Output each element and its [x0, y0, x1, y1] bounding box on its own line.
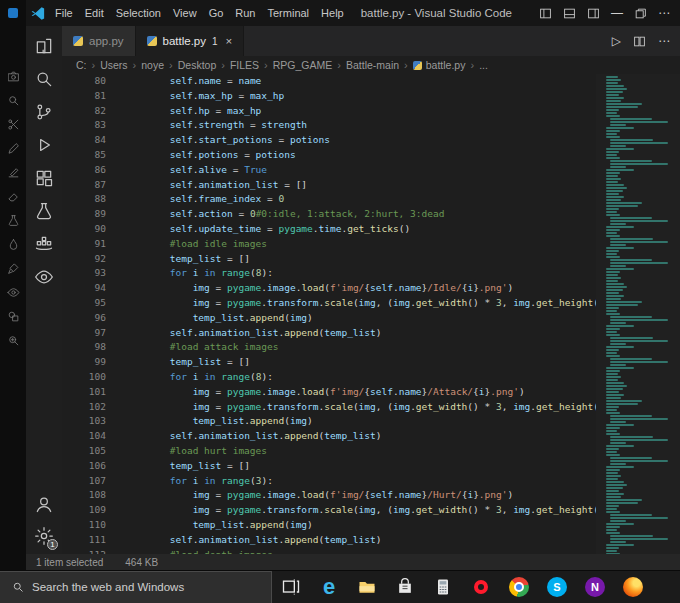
- preview-icon[interactable]: [34, 267, 54, 287]
- menu-go[interactable]: Go: [209, 7, 224, 19]
- shape-icon[interactable]: [7, 310, 20, 323]
- toggle-sidebar-icon[interactable]: [539, 7, 552, 20]
- code-line[interactable]: 109 img = pygame.transform.scale(img, (i…: [62, 503, 596, 518]
- marker-icon[interactable]: [7, 166, 20, 179]
- code-line[interactable]: 110 temp_list.append(img): [62, 518, 596, 533]
- line-number[interactable]: 108: [62, 488, 124, 503]
- source-control-icon[interactable]: [34, 102, 54, 122]
- menu-edit[interactable]: Edit: [85, 7, 104, 19]
- line-number[interactable]: 91: [62, 237, 124, 252]
- code-line[interactable]: 97 self.animation_list.append(temp_list): [62, 326, 596, 341]
- line-number[interactable]: 103: [62, 414, 124, 429]
- pen-icon[interactable]: [7, 142, 20, 155]
- code-line[interactable]: 102 img = pygame.transform.scale(img, (i…: [62, 400, 596, 415]
- line-number[interactable]: 92: [62, 252, 124, 267]
- menu-selection[interactable]: Selection: [116, 7, 161, 19]
- taskbar-opera[interactable]: [462, 571, 500, 603]
- taskbar-task-view[interactable]: [272, 571, 310, 603]
- line-number[interactable]: 97: [62, 326, 124, 341]
- toggle-panel-icon[interactable]: [563, 7, 576, 20]
- line-number[interactable]: 99: [62, 355, 124, 370]
- run-debug-icon[interactable]: [34, 135, 54, 155]
- code-line[interactable]: 89 self.action = 0#0:idle, 1:attack, 2:h…: [62, 207, 596, 222]
- taskbar-calculator[interactable]: [424, 571, 462, 603]
- eraser-icon[interactable]: [7, 190, 20, 203]
- line-number[interactable]: 90: [62, 222, 124, 237]
- line-number[interactable]: 107: [62, 474, 124, 489]
- line-number[interactable]: 101: [62, 385, 124, 400]
- code-line[interactable]: 92 temp_list = []: [62, 252, 596, 267]
- code-line[interactable]: 91 #load idle images: [62, 237, 596, 252]
- code-line[interactable]: 99 temp_list = []: [62, 355, 596, 370]
- taskbar-file-explorer[interactable]: [348, 571, 386, 603]
- code-line[interactable]: 93 for i in range(8):: [62, 266, 596, 281]
- code-line[interactable]: 98 #load attack images: [62, 340, 596, 355]
- code-line[interactable]: 95 img = pygame.transform.scale(img, (im…: [62, 296, 596, 311]
- breadcrumb-item[interactable]: ...: [479, 59, 488, 71]
- code-line[interactable]: 90 self.update_time = pygame.time.get_ti…: [62, 222, 596, 237]
- breadcrumb-item[interactable]: Users: [100, 59, 127, 71]
- code-line[interactable]: 100 for i in range(8):: [62, 370, 596, 385]
- taskbar-edge[interactable]: e: [310, 571, 348, 603]
- code-line[interactable]: 81 self.max_hp = max_hp: [62, 89, 596, 104]
- line-number[interactable]: 98: [62, 340, 124, 355]
- line-number[interactable]: 83: [62, 118, 124, 133]
- remote-icon[interactable]: [34, 234, 54, 254]
- menu-help[interactable]: Help: [321, 7, 344, 19]
- line-number[interactable]: 106: [62, 459, 124, 474]
- breadcrumb-item[interactable]: FILES: [230, 59, 259, 71]
- line-number[interactable]: 81: [62, 89, 124, 104]
- line-number[interactable]: 84: [62, 133, 124, 148]
- line-number[interactable]: 95: [62, 296, 124, 311]
- toggle-secondary-sidebar-icon[interactable]: [587, 7, 600, 20]
- line-number[interactable]: 80: [62, 74, 124, 89]
- taskbar-search-box[interactable]: Search the web and Windows: [0, 571, 272, 603]
- breadcrumb-item[interactable]: C:: [76, 59, 87, 71]
- search-icon[interactable]: [7, 94, 20, 107]
- code-area[interactable]: 80 self.name = name81 self.max_hp = max_…: [62, 74, 596, 570]
- taskbar-chrome[interactable]: [500, 571, 538, 603]
- line-number[interactable]: 94: [62, 281, 124, 296]
- explorer-icon[interactable]: [34, 36, 54, 56]
- code-line[interactable]: 96 temp_list.append(img): [62, 311, 596, 326]
- flask-icon[interactable]: [7, 214, 20, 227]
- search-icon[interactable]: [34, 69, 54, 89]
- tab-app.py[interactable]: app.py: [62, 26, 136, 56]
- breadcrumb-item[interactable]: Desktop: [178, 59, 217, 71]
- menu-view[interactable]: View: [173, 7, 197, 19]
- taskbar-onenote[interactable]: N: [576, 571, 614, 603]
- breadcrumb-item[interactable]: battle.py: [413, 59, 466, 71]
- brush-icon[interactable]: [7, 262, 20, 275]
- code-line[interactable]: 80 self.name = name: [62, 74, 596, 89]
- breadcrumb-item[interactable]: RPG_GAME: [273, 59, 333, 71]
- code-line[interactable]: 82 self.hp = max_hp: [62, 104, 596, 119]
- more-actions-button[interactable]: ⋯: [658, 7, 670, 19]
- code-line[interactable]: 86 self.alive = True: [62, 163, 596, 178]
- minimap[interactable]: [596, 74, 680, 570]
- line-number[interactable]: 102: [62, 400, 124, 415]
- line-number[interactable]: 88: [62, 192, 124, 207]
- run-python-file-button[interactable]: ▷: [612, 34, 621, 48]
- line-number[interactable]: 111: [62, 533, 124, 548]
- code-line[interactable]: 94 img = pygame.image.load(f'img/{self.n…: [62, 281, 596, 296]
- menu-run[interactable]: Run: [235, 7, 255, 19]
- scissors-icon[interactable]: [7, 118, 20, 131]
- line-number[interactable]: 86: [62, 163, 124, 178]
- code-line[interactable]: 101 img = pygame.image.load(f'img/{self.…: [62, 385, 596, 400]
- breadcrumb-item[interactable]: noye: [141, 59, 164, 71]
- line-number[interactable]: 105: [62, 444, 124, 459]
- tab-close-button[interactable]: ×: [226, 35, 233, 47]
- more-editor-actions-button[interactable]: ⋯: [658, 34, 670, 48]
- eye-icon[interactable]: [7, 286, 20, 299]
- code-line[interactable]: 87 self.animation_list = []: [62, 178, 596, 193]
- line-number[interactable]: 85: [62, 148, 124, 163]
- code-line[interactable]: 108 img = pygame.image.load(f'img/{self.…: [62, 488, 596, 503]
- code-line[interactable]: 84 self.start_potions = potions: [62, 133, 596, 148]
- line-number[interactable]: 96: [62, 311, 124, 326]
- taskbar-store[interactable]: [386, 571, 424, 603]
- taskbar-firefox[interactable]: [614, 571, 652, 603]
- line-number[interactable]: 104: [62, 429, 124, 444]
- account-icon[interactable]: [34, 494, 54, 514]
- testing-icon[interactable]: [34, 201, 54, 221]
- line-number[interactable]: 100: [62, 370, 124, 385]
